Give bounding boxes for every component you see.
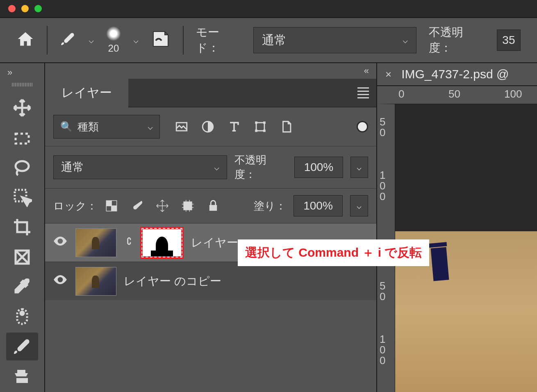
chevron-down-icon: ⌵ (403, 35, 408, 46)
image-object (431, 247, 449, 281)
blend-mode-label: モード： (196, 25, 241, 56)
layer-mask-thumbnail[interactable] (140, 227, 184, 259)
svg-rect-18 (210, 205, 217, 211)
layers-tab[interactable]: レイヤー (45, 77, 128, 109)
ruler-tick: 50 (380, 116, 385, 138)
filter-type-icon[interactable] (227, 120, 241, 134)
layer-blend-mode-select[interactable]: 通常 ⌵ (53, 155, 227, 179)
healing-brush-tool[interactable] (6, 303, 38, 331)
lasso-tool[interactable] (6, 153, 38, 182)
home-button[interactable] (16, 30, 34, 51)
layer-row[interactable]: レイヤー のコピー (45, 262, 376, 300)
chevron-down-icon[interactable]: ⌵ (350, 195, 368, 217)
close-window-button[interactable] (8, 5, 16, 12)
svg-rect-16 (106, 206, 111, 211)
layer-thumbnail[interactable] (75, 228, 116, 257)
instruction-annotation: 選択して Command ＋ i で反転 (238, 239, 429, 266)
panel-menu-button[interactable] (357, 87, 369, 98)
svg-rect-13 (106, 201, 111, 206)
maximize-window-button[interactable] (34, 5, 42, 12)
panel-grip[interactable] (12, 83, 32, 87)
visibility-toggle[interactable] (52, 272, 68, 290)
layers-panel: « レイヤー 🔍 種類 ⌵ 通常 ⌵ (45, 63, 377, 392)
filter-adjustment-icon[interactable] (201, 120, 215, 134)
ruler-tick: 0 (398, 88, 404, 100)
tool-options-bar: ⌵ 20 ⌵ モード： 通常 ⌵ 不透明度： 35 (0, 18, 537, 63)
tools-panel: » (0, 63, 45, 392)
lock-image-icon[interactable] (130, 199, 144, 213)
opacity-value-input[interactable]: 35 (497, 30, 521, 51)
ruler-tick: 100 (380, 170, 385, 202)
ruler-tick: 100 (380, 334, 385, 366)
chevron-down-icon: ⌵ (148, 121, 153, 132)
tool-preset-picker[interactable] (60, 31, 76, 50)
svg-rect-9 (255, 121, 257, 124)
layer-opacity-input[interactable]: 100% (294, 157, 343, 178)
svg-rect-11 (255, 130, 257, 132)
svg-rect-12 (263, 130, 266, 132)
svg-point-5 (20, 312, 24, 315)
lock-all-icon[interactable] (206, 199, 220, 213)
document-title[interactable]: IMG_4737-2.psd @ (401, 67, 509, 81)
brush-preset-picker[interactable]: 20 (106, 26, 121, 54)
brush-size-value: 20 (108, 43, 119, 54)
lock-transparency-icon[interactable] (105, 199, 118, 213)
lock-artboard-icon[interactable] (181, 199, 195, 213)
filter-pixel-icon[interactable] (175, 120, 189, 134)
close-document-button[interactable]: × (385, 68, 391, 81)
minimize-window-button[interactable] (21, 5, 29, 12)
ruler-tick: 50 (448, 88, 460, 100)
fill-label: 塗り： (254, 199, 286, 213)
ruler-tick: 50 (380, 280, 385, 302)
filter-toggle[interactable] (357, 121, 368, 132)
filter-smartobject-icon[interactable] (280, 120, 294, 134)
chevron-down-icon: ⌵ (214, 162, 219, 173)
chevron-down-icon[interactable]: ⌵ (89, 35, 94, 46)
horizontal-ruler[interactable]: 0 50 100 (377, 86, 537, 104)
lock-label: ロック： (53, 199, 97, 213)
crop-tool[interactable] (6, 213, 38, 242)
blend-mode-value: 通常 (262, 32, 287, 49)
layer-filter-type-select[interactable]: 🔍 種類 ⌵ (53, 115, 160, 139)
brush-preview-icon (106, 26, 121, 41)
blend-mode-select[interactable]: 通常 ⌵ (253, 27, 416, 53)
fill-value-input[interactable]: 100% (294, 195, 343, 217)
window-titlebar (0, 0, 537, 17)
layer-opacity-label: 不透明度： (234, 153, 287, 182)
svg-rect-17 (184, 202, 192, 210)
layer-thumbnail[interactable] (75, 267, 116, 296)
marquee-tool[interactable] (6, 124, 38, 152)
opacity-label: 不透明度： (429, 25, 485, 56)
svg-point-1 (16, 161, 29, 171)
brush-settings-button[interactable] (151, 29, 171, 52)
filter-type-value: 種類 (77, 120, 99, 134)
layer-blend-mode-value: 通常 (61, 160, 84, 175)
eyedropper-tool[interactable] (6, 273, 38, 301)
filter-shape-icon[interactable] (253, 120, 267, 134)
search-icon: 🔍 (60, 121, 73, 132)
svg-rect-10 (263, 121, 266, 124)
svg-rect-8 (256, 123, 264, 131)
ruler-tick: 100 (504, 88, 522, 100)
chevron-down-icon[interactable]: ⌵ (133, 35, 139, 46)
layer-name[interactable]: レイヤー (191, 235, 238, 251)
lock-position-icon[interactable] (155, 199, 169, 213)
svg-rect-0 (16, 134, 29, 144)
brush-tool[interactable] (6, 333, 38, 361)
move-tool[interactable] (6, 94, 38, 122)
object-selection-tool[interactable] (6, 183, 38, 212)
layer-name[interactable]: レイヤー のコピー (124, 273, 221, 289)
expand-icon[interactable]: » (7, 67, 12, 78)
svg-rect-15 (111, 201, 117, 206)
chevron-down-icon[interactable]: ⌵ (350, 157, 368, 178)
document-area: × IMG_4737-2.psd @ 0 50 100 50 100 50 10… (377, 63, 537, 392)
collapse-icon[interactable]: « (364, 66, 369, 76)
svg-rect-14 (111, 206, 117, 211)
frame-tool[interactable] (6, 243, 38, 271)
mask-link-icon[interactable] (124, 235, 133, 250)
visibility-toggle[interactable] (52, 233, 68, 252)
clone-stamp-tool[interactable] (6, 362, 38, 390)
